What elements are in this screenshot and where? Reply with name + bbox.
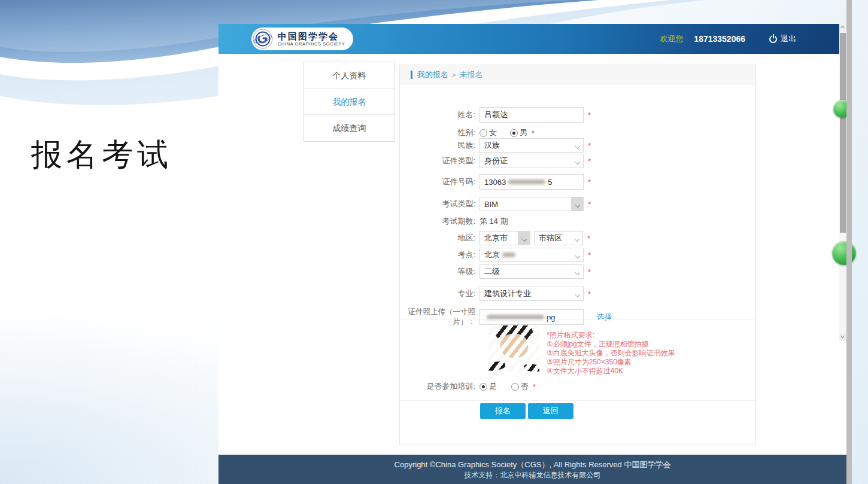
region-district-select[interactable]: 市辖区 (534, 231, 583, 245)
breadcrumb-separator: > (452, 71, 456, 78)
required-marker: * (588, 178, 591, 187)
id-type-label: 证件类型: (400, 156, 475, 166)
name-input[interactable]: 吕颖达 (479, 107, 584, 123)
header-user-area: 欢迎您 18713352066 退出 (660, 24, 796, 54)
region-label: 地区: (400, 233, 475, 243)
sidebar-item-profile[interactable]: 个人资料 (304, 62, 394, 89)
required-marker: * (533, 382, 536, 391)
floating-service-badge[interactable] (832, 241, 856, 265)
breadcrumb-section[interactable]: 我的报名 (417, 69, 448, 80)
exam-period-row: 考试期数: 第 14 期 (400, 216, 755, 227)
power-icon (769, 35, 777, 43)
training-row: 是否参加培训: 是 否 * (400, 381, 755, 392)
required-marker: * (588, 141, 591, 150)
id-number-redacted (508, 179, 545, 184)
region-district-value: 市辖区 (539, 233, 562, 243)
chevron-down-icon (575, 159, 580, 165)
photo-requirement-item: ①必须jpg文件，正规照相馆拍摄 (547, 340, 675, 349)
hero-title: 报名考试 (31, 134, 172, 176)
level-select[interactable]: 二级 (479, 264, 584, 279)
scrollbar-up-arrow-icon[interactable] (839, 24, 846, 32)
required-marker: * (587, 234, 590, 243)
region-province-select[interactable]: 北京市 (479, 231, 530, 245)
exam-period-label: 考试期数: (400, 216, 475, 227)
chevron-down-icon (575, 270, 580, 275)
training-no-radio[interactable] (511, 383, 519, 391)
gender-male-radio[interactable] (510, 129, 518, 137)
required-marker: * (588, 251, 591, 260)
gender-male-option[interactable]: 男 (520, 127, 527, 138)
training-no-option[interactable]: 否 (521, 381, 529, 392)
id-number-input[interactable]: 13063 5 (479, 174, 584, 190)
main-content: 个人资料 我的报名 成绩查询 我的报名 > 未报名 姓名: 吕颖达 * (218, 54, 846, 455)
photo-requirements-title: *照片格式要求: (547, 331, 675, 340)
chevron-down-icon (575, 253, 580, 258)
name-label: 姓名: (400, 109, 475, 120)
id-number-label: 证件号码: (400, 176, 475, 187)
major-row: 专业: 建筑设计专业 * (400, 287, 755, 301)
top-header: 中国图学学会 CHINA GRAPHICS SOCIETY 欢迎您 187133… (218, 24, 846, 54)
ethnicity-value: 汉族 (484, 140, 500, 151)
ethnicity-select[interactable]: 汉族 (479, 138, 584, 153)
photo-requirement-item: ④文件大小不得超过40K (547, 367, 675, 376)
required-marker: * (588, 200, 591, 209)
id-type-row: 证件类型: 身份证 * (400, 154, 755, 168)
exam-site-row: 考点: 北京 * (400, 248, 755, 262)
exam-site-value: 北京 (484, 249, 500, 260)
logout-button[interactable]: 退出 (769, 34, 796, 44)
exam-site-select[interactable]: 北京 (479, 248, 584, 262)
back-button[interactable]: 返回 (528, 403, 573, 419)
exam-site-label: 考点: (400, 249, 475, 260)
divider (400, 400, 755, 401)
gender-female-radio[interactable] (479, 129, 487, 137)
registration-panel: 我的报名 > 未报名 姓名: 吕颖达 * 性别: 女 男 (399, 65, 756, 445)
photo-requirement-item: ③照片尺寸为250×350像素 (547, 358, 675, 367)
actions-row: 报名 返回 (400, 403, 755, 419)
exam-type-select[interactable]: BIM (479, 197, 584, 211)
photo-requirement-item: ②白底免冠大头像，否则会影响证书效果 (547, 349, 675, 358)
logo-subtitle: CHINA GRAPHICS SOCIETY (278, 41, 345, 47)
ethnicity-label: 民族: (400, 140, 475, 151)
id-type-select[interactable]: 身份证 (479, 154, 584, 168)
photo-filename-redacted (487, 315, 544, 319)
photo-upload-label: 证件照上传（一寸照片）： (400, 307, 475, 327)
sidebar-item-my-registration[interactable]: 我的报名 (304, 89, 394, 115)
name-row: 姓名: 吕颖达 * (400, 107, 755, 123)
major-select[interactable]: 建筑设计专业 (479, 287, 584, 301)
app-window: 中国图学学会 CHINA GRAPHICS SOCIETY 欢迎您 187133… (218, 24, 846, 484)
breadcrumb-current: 未报名 (459, 69, 482, 80)
ethnicity-row: 民族: 汉族 * (400, 138, 755, 153)
breadcrumb: 我的报名 > 未报名 (400, 65, 755, 84)
sidebar-item-score-query[interactable]: 成绩查询 (304, 115, 394, 141)
training-label: 是否参加培训: (400, 381, 475, 392)
required-marker: * (588, 267, 591, 276)
id-number-suffix: 5 (548, 178, 552, 187)
chevron-down-icon (574, 236, 579, 242)
exam-site-redacted (502, 252, 515, 257)
exam-period-value: 第 14 期 (479, 216, 508, 227)
user-phone-number: 18713352066 (694, 34, 745, 44)
major-label: 专业: (400, 288, 475, 299)
logout-label: 退出 (781, 34, 796, 44)
level-row: 等级: 二级 * (400, 264, 755, 279)
window-scrollbar-track[interactable] (846, 0, 852, 484)
site-logo[interactable]: 中国图学学会 CHINA GRAPHICS SOCIETY (251, 28, 353, 50)
training-yes-radio[interactable] (479, 383, 487, 391)
photo-filename-input[interactable]: pg (479, 309, 584, 325)
submit-button[interactable]: 报名 (480, 403, 526, 419)
photo-redaction-scribble (488, 325, 539, 372)
society-emblem-icon (253, 29, 273, 49)
breadcrumb-accent-bar (411, 71, 412, 79)
gender-female-option[interactable]: 女 (489, 127, 497, 138)
sidebar-menu: 个人资料 我的报名 成绩查询 (304, 62, 395, 142)
required-marker: * (532, 129, 535, 138)
scrollbar-thumb[interactable] (840, 33, 846, 233)
choose-file-link[interactable]: 选择 (596, 312, 612, 322)
scrollbar-down-arrow-icon[interactable] (839, 333, 846, 341)
id-number-row: 证件号码: 13063 5 * (400, 174, 755, 190)
major-value: 建筑设计专业 (484, 288, 531, 299)
region-province-value: 北京市 (484, 233, 508, 243)
training-yes-option[interactable]: 是 (489, 381, 497, 392)
exam-type-label: 考试类型: (400, 199, 475, 209)
photo-requirements: *照片格式要求: ①必须jpg文件，正规照相馆拍摄 ②白底免冠大头像，否则会影响… (547, 331, 675, 376)
